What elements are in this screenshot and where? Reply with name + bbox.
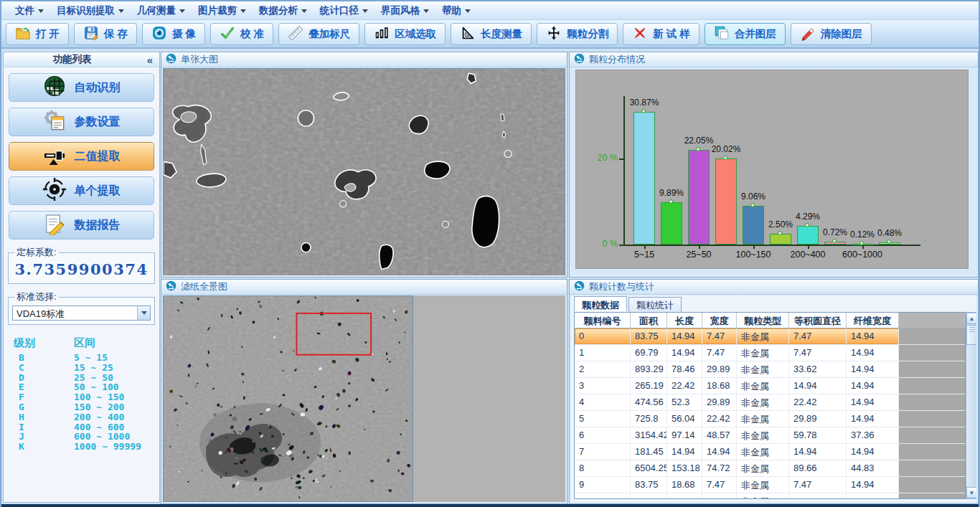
menu-item[interactable]: 文件 xyxy=(9,2,50,19)
table-row[interactable]: 169.7914.947.47非金属7.4714.94 xyxy=(575,345,965,361)
level-row: H200 ~ 400 xyxy=(14,412,159,422)
table-cell: 9 xyxy=(575,477,631,493)
table-cell: 8 xyxy=(575,460,631,476)
table-row[interactable]: 7181.4514.9414.94非金属14.9414.94 xyxy=(575,444,965,460)
bar xyxy=(715,158,737,245)
table-cell: 265.19 xyxy=(631,378,667,394)
table-cell: 非金属 xyxy=(737,411,789,427)
table-cell: 725.8 xyxy=(631,411,667,427)
sidebar-item-binary-extract[interactable]: 二值提取 xyxy=(9,142,154,171)
table-cell: 14.94 xyxy=(789,444,847,460)
table-row[interactable]: 983.7518.687.47非金属7.4714.94 xyxy=(575,477,965,493)
menu-item-label: 界面风格 xyxy=(381,4,420,17)
menu-item[interactable]: 帮助 xyxy=(435,2,477,19)
chevron-down-icon xyxy=(240,9,246,13)
menu-item-label: 图片裁剪 xyxy=(198,4,237,17)
level-interval: 100 ~ 150 xyxy=(74,392,159,402)
table-row[interactable]: 86504.25153.1874.72非金属89.6644.83 xyxy=(575,460,965,477)
table-row[interactable]: 083.7514.947.47非金属7.4714.94 xyxy=(575,328,965,345)
column-header[interactable]: 长度 xyxy=(667,313,702,328)
sidebar-item-param-settings[interactable]: 参数设置 xyxy=(9,108,154,136)
merge-layers-button[interactable]: 合并图层 xyxy=(705,23,786,45)
bar-value-label: 0.48% xyxy=(867,228,913,238)
tab-particle-stats[interactable]: 颗粒统计 xyxy=(628,297,682,312)
toolbar-button-label: 保 存 xyxy=(104,27,128,41)
collapse-sidebar-button[interactable]: « xyxy=(141,54,159,66)
save-button[interactable]: 保 存 xyxy=(74,23,137,45)
microscope-icon xyxy=(574,280,585,294)
toolbar-button-label: 区域选取 xyxy=(395,27,436,41)
level-code: J xyxy=(14,432,74,442)
panorama-image-canvas[interactable] xyxy=(163,295,413,502)
particle-data-grid: 颗料编号面积长度宽度颗粒类型等积圆直径纤维宽度083.7514.947.47非金… xyxy=(574,312,966,499)
menu-item[interactable]: 数据分析 xyxy=(253,2,314,19)
menu-item[interactable]: 目标识别提取 xyxy=(50,2,131,19)
menu-item[interactable]: 几何测量 xyxy=(131,2,192,19)
table-cell xyxy=(667,493,702,499)
table-row[interactable]: 5725.856.0422.42非金属29.8914.94 xyxy=(575,411,965,427)
region-bars-icon xyxy=(374,25,390,43)
scroll-down-button[interactable]: ▼ xyxy=(966,487,976,498)
bar xyxy=(688,150,710,245)
sidebar-item-data-report[interactable]: 数据报告 xyxy=(9,211,154,240)
sidebar-item-single-extract[interactable]: 单个提取 xyxy=(9,176,154,205)
tab-particle-data[interactable]: 颗粒数据 xyxy=(574,296,627,311)
column-header[interactable]: 面积 xyxy=(631,313,667,328)
row-filler xyxy=(899,493,965,499)
window-bottom-border xyxy=(1,504,979,507)
table-cell: 7.47 xyxy=(702,345,737,361)
particle-split-button[interactable]: 颗粒分割 xyxy=(537,23,618,45)
menu-item[interactable]: 界面风格 xyxy=(374,2,435,19)
calibration-group: 定标系数: 3.7359900374 xyxy=(8,246,155,284)
chevron-down-icon[interactable] xyxy=(137,306,150,320)
table-cell: 非金属 xyxy=(737,493,789,499)
table-header-row: 颗料编号面积长度宽度颗粒类型等积圆直径纤维宽度 xyxy=(575,313,965,328)
table-cell: 37.36 xyxy=(847,427,899,443)
column-header[interactable]: 等积圆直径 xyxy=(789,313,847,328)
new-sample-x-icon xyxy=(632,25,648,43)
open-button[interactable]: 打 开 xyxy=(6,23,69,45)
level-row: F100 ~ 150 xyxy=(14,392,159,402)
row-filler xyxy=(899,444,965,460)
table-row[interactable]: 3265.1922.4218.68非金属14.9414.94 xyxy=(575,378,965,394)
sidebar-item-auto-recognize[interactable]: 自动识别 xyxy=(9,73,154,102)
table-row[interactable]: 63154.4297.1448.57非金属59.7837.36 xyxy=(575,427,965,444)
menu-item[interactable]: 统计口径 xyxy=(314,2,374,19)
level-row: K1000 ~ 99999 xyxy=(14,442,159,452)
chevron-down-icon xyxy=(362,9,368,13)
column-header[interactable]: 颗料编号 xyxy=(575,313,631,328)
menu-item[interactable]: 图片裁剪 xyxy=(192,2,253,19)
table-cell: 3154.42 xyxy=(631,427,667,443)
single-image-canvas[interactable] xyxy=(163,68,565,275)
standard-select[interactable]: VDA19标准 xyxy=(12,305,151,321)
clear-layers-button[interactable]: 清除图层 xyxy=(791,23,872,45)
column-header[interactable]: 纤维宽度 xyxy=(847,313,899,328)
table-cell: 474.56 xyxy=(631,394,667,410)
table-cell: 153.18 xyxy=(667,460,702,476)
region-select-button[interactable]: 区域选取 xyxy=(364,23,446,45)
level-table-header: 级别区间 xyxy=(14,336,159,350)
grid-vertical-scrollbar[interactable]: ▲ ▼ xyxy=(966,312,976,499)
table-cell: 83.75 xyxy=(631,477,667,493)
new-sample-button[interactable]: 新 试 样 xyxy=(623,23,699,45)
scroll-up-button[interactable]: ▲ xyxy=(966,313,976,324)
table-cell: 181.45 xyxy=(631,444,667,460)
single-extract-icon xyxy=(43,178,66,204)
table-cell: 29.89 xyxy=(702,361,737,377)
scrollbar-thumb[interactable] xyxy=(966,325,976,345)
table-row[interactable]: 4474.5652.329.89非金属22.4214.94 xyxy=(575,394,965,411)
table-row[interactable]: 2893.2978.4629.89非金属33.6214.94 xyxy=(575,361,965,378)
calibrate-button[interactable]: 校 准 xyxy=(210,23,273,45)
overlay-ruler-button[interactable]: 叠加标尺 xyxy=(278,23,359,45)
sidebar-header: 功能列表 « xyxy=(4,52,159,67)
camera-button[interactable]: 摄 像 xyxy=(142,23,205,45)
table-row[interactable]: 非金属 xyxy=(575,493,965,499)
column-header[interactable]: 颗粒类型 xyxy=(737,313,789,328)
x-tick-mark xyxy=(862,246,864,249)
column-header[interactable]: 宽度 xyxy=(702,313,737,328)
length-measure-button[interactable]: 长度测量 xyxy=(451,23,532,45)
statistics-tabs: 颗粒数据颗粒统计 xyxy=(574,297,683,312)
calibration-value: 3.7359900374 xyxy=(11,260,151,280)
bar-value-label: 30.87% xyxy=(621,98,667,108)
panel-single-image: 单张大图 xyxy=(161,52,567,278)
